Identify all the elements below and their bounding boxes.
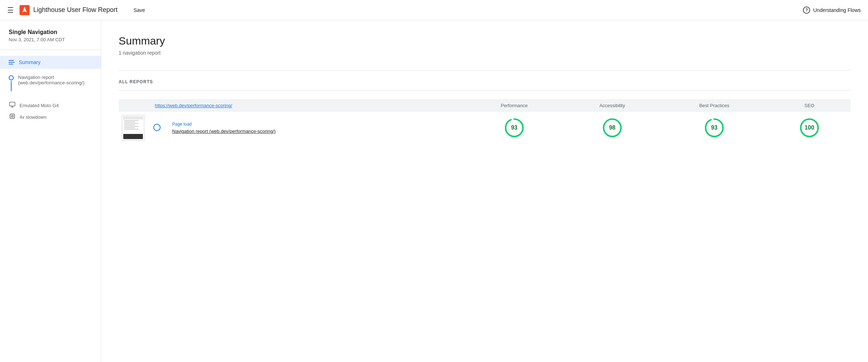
report-radio[interactable]	[153, 124, 161, 131]
app-title: Lighthouse User Flow Report	[33, 6, 118, 14]
report-type-label: Page load	[172, 122, 459, 127]
performance-column-header: Performance	[464, 99, 564, 112]
list-icon	[9, 60, 14, 64]
section-divider	[119, 70, 851, 71]
main-content: Summary 1 navigation report ALL REPORTS …	[101, 20, 868, 362]
best-practices-score-circle[interactable]: 93	[704, 118, 724, 138]
url-header-link[interactable]: https://web.dev/performance-scoring/	[155, 103, 232, 108]
sidebar-meta: Emulated Moto G4 4x slowdown	[0, 97, 101, 129]
svg-rect-4	[10, 114, 14, 118]
sidebar-nav-report[interactable]: Navigation report (web.dev/performance-s…	[0, 69, 101, 97]
svg-rect-5	[12, 115, 13, 117]
main-layout: Single Navigation Nov 3, 2021, 7:00 AM C…	[0, 20, 868, 362]
seo-column-header: SEO	[768, 99, 851, 112]
understanding-flows-label: Understanding Flows	[813, 7, 861, 13]
sidebar: Single Navigation Nov 3, 2021, 7:00 AM C…	[0, 20, 101, 362]
table-top-divider	[119, 90, 851, 90]
seo-score-text: 100	[805, 125, 814, 131]
all-reports-label: ALL REPORTS	[119, 79, 851, 84]
performance-score-text: 93	[511, 125, 518, 131]
cpu-icon	[9, 113, 16, 121]
top-navigation: ☰ Lighthouse User Flow Report Save ? Und…	[0, 0, 868, 20]
accessibility-score-circle[interactable]: 98	[602, 118, 622, 138]
report-name-link[interactable]: Navigation report (web.dev/performance-s…	[172, 129, 276, 134]
reports-table: https://web.dev/performance-scoring/ Per…	[119, 99, 851, 144]
best-practices-column-header: Best Practices	[660, 99, 768, 112]
seo-score-cell: 100	[768, 112, 851, 144]
report-info-cell: Page load Navigation report (web.dev/per…	[166, 112, 464, 144]
sidebar-date: Nov 3, 2021, 7:00 AM CDT	[0, 37, 101, 50]
svg-rect-3	[10, 102, 15, 106]
device-label: Emulated Moto G4	[20, 103, 59, 108]
hamburger-menu[interactable]: ☰	[7, 6, 14, 14]
seo-score-circle[interactable]: 100	[799, 118, 820, 138]
report-thumbnail-cell	[119, 112, 148, 144]
device-icon	[9, 101, 16, 109]
url-column-header: https://web.dev/performance-scoring/	[119, 99, 464, 112]
performance-score-cell: 93	[464, 112, 564, 144]
sidebar-item-summary[interactable]: Summary	[0, 56, 101, 69]
accessibility-column-header: Accessibility	[564, 99, 660, 112]
report-thumbnail	[122, 115, 145, 141]
sidebar-nav-report-text: Navigation report (web.dev/performance-s…	[18, 75, 85, 85]
save-button[interactable]: Save	[129, 5, 149, 15]
summary-title: Summary	[119, 35, 851, 47]
table-header-row: https://web.dev/performance-scoring/ Per…	[119, 99, 851, 112]
best-practices-score-text: 93	[711, 125, 718, 131]
sidebar-meta-throttle: 4x slowdown	[9, 113, 92, 121]
sidebar-divider	[0, 50, 101, 50]
best-practices-score-cell: 93	[660, 112, 768, 144]
accessibility-score-text: 98	[609, 125, 616, 131]
lighthouse-logo	[20, 5, 30, 15]
table-row: Page load Navigation report (web.dev/per…	[119, 112, 851, 144]
sidebar-section-title: Single Navigation	[0, 29, 101, 37]
understanding-flows-link[interactable]: ? Understanding Flows	[803, 7, 861, 14]
accessibility-score-cell: 98	[564, 112, 660, 144]
summary-subtitle: 1 navigation report	[119, 50, 851, 56]
help-icon: ?	[803, 7, 810, 14]
report-radio-cell[interactable]	[148, 112, 166, 144]
pin-icon	[9, 75, 14, 91]
sidebar-meta-device: Emulated Moto G4	[9, 101, 92, 109]
sidebar-summary-label: Summary	[19, 59, 41, 65]
throttle-label: 4x slowdown	[20, 114, 46, 120]
performance-score-circle[interactable]: 93	[504, 118, 524, 138]
